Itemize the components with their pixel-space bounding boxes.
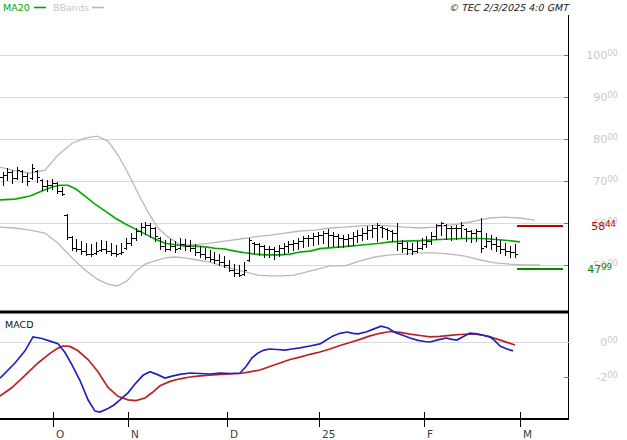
ohlc-bar — [267, 246, 272, 258]
ohlc-bar — [434, 224, 439, 240]
axes-layer — [0, 15, 569, 427]
macd-panel-label: MACD — [5, 319, 33, 330]
ohlc-bar — [488, 235, 493, 250]
ohlc-bar — [212, 252, 217, 264]
ohlc-bar — [207, 250, 212, 262]
resistance-label: 5844 — [591, 219, 616, 233]
month-label: M — [523, 428, 532, 440]
ohlc-bar — [203, 248, 208, 260]
price-axis-label: 10000 — [586, 48, 618, 62]
ohlc-bar — [79, 241, 84, 255]
price-axis-label: 7000 — [593, 174, 618, 188]
month-label: F — [427, 428, 433, 440]
ohlc-bar — [513, 244, 518, 258]
ohlc-bar — [306, 235, 311, 247]
ma20-line-layer — [0, 185, 520, 255]
ohlc-bar — [247, 238, 252, 262]
ohlc-bar — [454, 225, 459, 240]
bollinger-lower-band — [0, 227, 540, 286]
ohlc-bar — [252, 242, 257, 254]
ohlc-bar — [0, 172, 5, 186]
ohlc-bar — [55, 182, 60, 194]
ohlc-bar — [346, 234, 351, 247]
ohlc-bar — [296, 238, 301, 250]
support-label: 4799 — [587, 262, 612, 276]
ohlc-bar — [10, 170, 15, 184]
ohlc-bar — [459, 222, 464, 238]
stock-chart-window: 100009000800070006000500058444799OND25FM… — [0, 0, 627, 440]
ohlc-bar — [64, 214, 69, 240]
ohlc-bar — [15, 167, 20, 180]
ohlc-bar — [89, 244, 94, 257]
ohlc-bar — [439, 222, 444, 236]
ohlc-bar — [119, 243, 124, 255]
ohlc-bar — [138, 223, 143, 236]
ohlc-bar — [301, 236, 306, 248]
ohlc-bar — [360, 228, 365, 241]
ohlc-bar — [390, 230, 395, 242]
ohlc-bar — [405, 242, 410, 255]
ohlc-bar — [104, 241, 109, 254]
month-label: 25 — [322, 428, 335, 440]
ohlc-bar — [331, 232, 336, 247]
axis-labels-layer: 100009000800070006000500058444799OND25FM… — [56, 48, 618, 440]
ohlc-bar — [498, 240, 503, 254]
macd-axis-label: -200 — [596, 370, 618, 384]
ohlc-bar — [370, 225, 375, 238]
panel-separator — [0, 311, 569, 314]
ohlc-bar — [74, 239, 79, 252]
macd-main-line — [0, 326, 513, 412]
ohlc-bar — [99, 240, 104, 252]
macd-axis-label: 000 — [600, 335, 618, 349]
ohlc-bar — [242, 262, 247, 276]
price-axis-label: 9000 — [593, 90, 618, 104]
ohlc-bar — [227, 260, 232, 272]
stock-chart: 100009000800070006000500058444799OND25FM… — [0, 0, 627, 440]
ohlc-bar — [60, 187, 65, 196]
ohlc-bar — [232, 264, 237, 277]
ohlc-bar — [84, 243, 89, 256]
ohlc-bar — [336, 234, 341, 248]
month-label: O — [56, 428, 64, 440]
copyright-timestamp: © TEC 2/3/2025 4:0 GMT — [449, 2, 571, 13]
ohlc-bar — [375, 223, 380, 242]
level-lines-layer — [517, 226, 563, 269]
ohlc-bar — [355, 230, 360, 243]
ohlc-bar — [129, 233, 134, 246]
ohlc-bar — [365, 226, 370, 240]
macd-layer — [0, 326, 569, 412]
price-axis-label: 8000 — [593, 132, 618, 146]
bbands-legend-label: BBands — [53, 2, 89, 13]
ohlc-bar — [311, 233, 316, 246]
ohlc-bar — [291, 240, 296, 251]
month-label: D — [230, 428, 238, 440]
ohlc-bar — [415, 241, 420, 253]
ohlc-bar — [272, 247, 277, 260]
ohlc-bar — [508, 246, 513, 258]
ohlc-bar — [163, 240, 168, 252]
ohlc-bar — [158, 237, 163, 250]
ohlc-bar — [69, 236, 74, 251]
ohlc-bar — [281, 243, 286, 255]
ohlc-bar — [424, 236, 429, 248]
ohlc-bar — [25, 173, 30, 186]
ohlc-bar — [109, 243, 114, 256]
ohlc-bar — [124, 238, 129, 250]
bollinger-bands-layer — [0, 136, 540, 286]
ohlc-bar — [326, 229, 331, 247]
ohlc-bar — [198, 246, 203, 258]
ohlc-bar — [316, 232, 321, 245]
ohlc-bar — [484, 233, 489, 248]
ohlc-bar — [262, 245, 267, 258]
ohlc-bar — [94, 242, 99, 255]
ma20-legend-label: MA20 — [3, 2, 30, 13]
ohlc-bar — [429, 232, 434, 245]
month-label: N — [131, 428, 139, 440]
ohlc-bar — [350, 232, 355, 246]
ohlc-bar — [474, 229, 479, 242]
ohlc-bar — [469, 230, 474, 243]
ohlc-bar — [286, 241, 291, 253]
ohlc-bar — [114, 245, 119, 257]
ohlc-bar — [321, 231, 326, 244]
ohlc-bar — [503, 243, 508, 256]
